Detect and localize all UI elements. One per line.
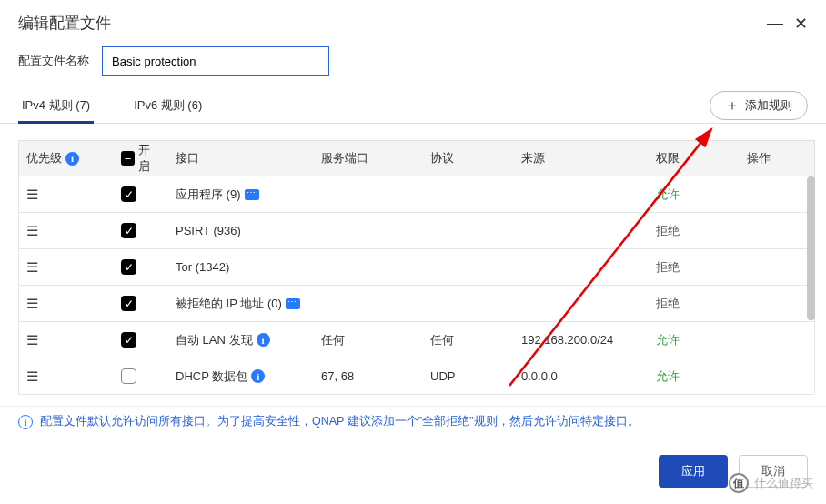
- col-enabled: − 开启: [114, 142, 168, 175]
- table-header: 优先级 i − 开启 接口 服务端口 协议 来源 权限 操作: [18, 140, 815, 176]
- interface-cell: 被拒绝的 IP 地址 (0): [168, 296, 314, 312]
- drag-handle-icon[interactable]: ☰: [26, 259, 38, 276]
- interface-cell: PSIRT (936): [168, 224, 314, 237]
- drag-handle-icon[interactable]: ☰: [26, 223, 38, 239]
- info-icon: i: [18, 415, 33, 429]
- col-action: 操作: [740, 150, 798, 166]
- add-rule-button[interactable]: ＋ 添加规则: [710, 91, 808, 120]
- col-permission: 权限: [649, 150, 740, 166]
- tab-ipv6-rules[interactable]: IPv6 规则 (6): [130, 88, 206, 123]
- col-port: 服务端口: [314, 150, 423, 166]
- minimize-button[interactable]: —: [767, 14, 783, 34]
- drag-handle-icon[interactable]: ☰: [26, 186, 38, 203]
- chat-icon[interactable]: [245, 189, 259, 200]
- drag-handle-icon[interactable]: ☰: [26, 296, 38, 312]
- chat-icon[interactable]: [286, 298, 300, 309]
- close-button[interactable]: ✕: [794, 14, 808, 34]
- col-interface: 接口: [168, 150, 314, 166]
- enable-checkbox[interactable]: ✓: [121, 296, 136, 311]
- port-cell: 67, 68: [314, 369, 423, 383]
- tab-ipv4-rules[interactable]: IPv4 规则 (7): [18, 88, 94, 123]
- table-row: ☰✓应用程序 (9) 允许: [18, 176, 815, 213]
- enable-checkbox[interactable]: ✓: [121, 223, 136, 238]
- note-text: 配置文件默认允许访问所有接口。为了提高安全性，QNAP 建议添加一个"全部拒绝"…: [40, 414, 640, 429]
- source-cell: 192.168.200.0/24: [514, 333, 649, 347]
- enable-checkbox[interactable]: ✓: [121, 186, 136, 202]
- table-row: ☰✓被拒绝的 IP 地址 (0) 拒绝: [18, 286, 815, 322]
- col-priority: 优先级 i: [19, 150, 114, 166]
- permission-cell: 拒绝: [649, 296, 740, 312]
- info-icon[interactable]: i: [65, 152, 79, 166]
- apply-button[interactable]: 应用: [659, 455, 728, 488]
- profile-name-input[interactable]: [102, 46, 329, 76]
- enable-checkbox[interactable]: [121, 368, 136, 384]
- profile-name-label: 配置文件名称: [18, 53, 89, 69]
- permission-cell: 拒绝: [649, 259, 740, 276]
- col-source: 来源: [514, 150, 649, 166]
- interface-cell: 应用程序 (9): [168, 186, 314, 203]
- info-icon[interactable]: i: [251, 369, 265, 383]
- table-row: ☰✓Tor (1342)拒绝: [18, 249, 815, 286]
- scrollbar[interactable]: [807, 176, 815, 320]
- info-icon[interactable]: i: [257, 333, 270, 347]
- plus-icon: ＋: [725, 98, 740, 113]
- table-row: ☰✓自动 LAN 发现 i任何任何192.168.200.0/24允许: [18, 322, 815, 358]
- source-cell: 0.0.0.0: [514, 369, 649, 383]
- table-row: ☰✓PSIRT (936)拒绝: [18, 213, 815, 249]
- permission-cell: 允许: [649, 186, 740, 203]
- permission-cell: 拒绝: [649, 223, 740, 239]
- interface-cell: Tor (1342): [168, 260, 314, 274]
- protocol-cell: UDP: [423, 369, 514, 383]
- dialog-title: 编辑配置文件: [18, 13, 111, 34]
- drag-handle-icon[interactable]: ☰: [26, 332, 38, 348]
- enable-checkbox[interactable]: ✓: [121, 259, 136, 275]
- interface-cell: 自动 LAN 发现 i: [168, 332, 314, 348]
- add-rule-label: 添加规则: [745, 97, 792, 114]
- toggle-all-icon[interactable]: −: [121, 151, 135, 166]
- interface-cell: DHCP 数据包 i: [168, 368, 314, 385]
- table-row: ☰DHCP 数据包 i67, 68UDP0.0.0.0允许: [18, 358, 815, 395]
- col-protocol: 协议: [423, 150, 514, 166]
- port-cell: 任何: [314, 332, 423, 348]
- permission-cell: 允许: [649, 332, 740, 348]
- watermark: 值 什么值得买: [729, 473, 813, 493]
- drag-handle-icon[interactable]: ☰: [26, 368, 38, 385]
- protocol-cell: 任何: [423, 332, 514, 348]
- watermark-icon: 值: [729, 473, 749, 493]
- enable-checkbox[interactable]: ✓: [121, 332, 136, 348]
- permission-cell: 允许: [649, 368, 740, 385]
